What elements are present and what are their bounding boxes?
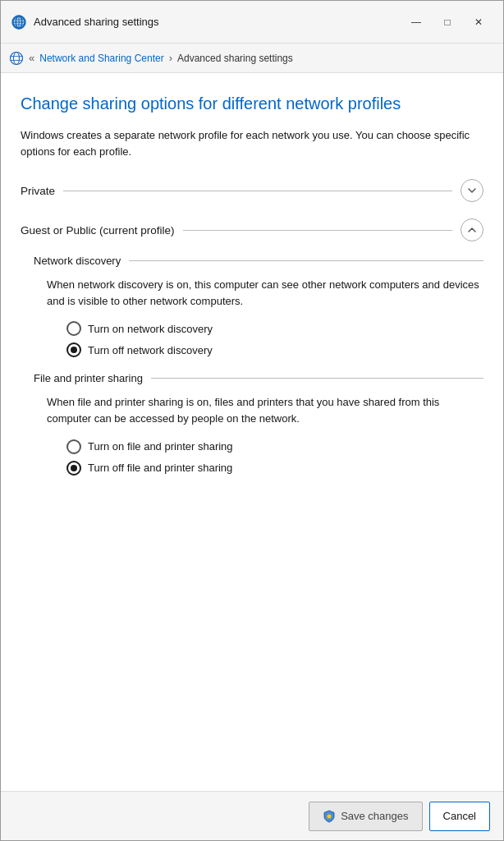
guest-public-label: Guest or Public (current profile) [21,224,183,237]
save-changes-button[interactable]: Save changes [309,802,422,831]
file-printer-label: File and printer sharing [34,372,151,384]
svg-point-11 [14,52,20,64]
content-area: Change sharing options for different net… [1,73,503,791]
main-window: Advanced sharing settings — □ ✕ « Networ… [0,0,504,841]
file-printer-header: File and printer sharing [34,372,483,384]
fp-off-label[interactable]: Turn off file and printer sharing [88,462,232,474]
fp-off-radio[interactable] [66,461,81,476]
breadcrumb-back-arrow: « [29,52,34,64]
save-button-label: Save changes [341,810,408,822]
network-discovery-description: When network discovery is on, this compu… [47,277,483,310]
chevron-down-icon [467,186,477,195]
svg-point-14 [328,814,332,818]
breadcrumb-arrow: › [169,52,172,64]
title-bar: Advanced sharing settings — □ ✕ [1,1,503,44]
chevron-up-icon [467,225,477,235]
nd-off-label[interactable]: Turn off network discovery [88,344,213,356]
guest-public-section-header: Guest or Public (current profile) [21,218,483,241]
svg-point-10 [11,52,23,64]
minimize-button[interactable]: — [401,10,431,34]
network-discovery-options: Turn on network discovery Turn off netwo… [66,321,483,357]
cancel-button[interactable]: Cancel [429,802,490,831]
close-button[interactable]: ✕ [464,10,493,34]
private-label: Private [21,185,63,197]
shield-icon [323,810,336,823]
title-bar-text: Advanced sharing settings [34,16,401,28]
fp-on-label[interactable]: Turn on file and printer sharing [88,440,233,453]
private-section-header: Private [21,179,483,202]
content-wrapper: Change sharing options for different net… [1,73,503,791]
bottom-bar: Save changes Cancel [1,791,503,840]
nd-off-radio[interactable] [66,342,81,357]
breadcrumb-current: Advanced sharing settings [177,53,293,64]
file-printer-line [151,378,483,379]
nd-off-option: Turn off network discovery [66,342,483,357]
maximize-button[interactable]: □ [433,10,462,34]
private-expand-button[interactable] [460,179,483,202]
app-icon [11,14,27,30]
fp-off-dot [71,465,77,471]
fp-on-option: Turn on file and printer sharing [66,439,483,454]
guest-public-collapse-button[interactable] [460,218,483,241]
private-divider [63,191,452,191]
guest-public-divider [183,230,452,231]
nd-on-option: Turn on network discovery [66,321,483,336]
nd-off-dot [71,347,77,353]
network-discovery-header: Network discovery [34,255,483,267]
fp-on-radio[interactable] [66,439,81,454]
breadcrumb-network-center[interactable]: Network and Sharing Center [39,53,163,64]
file-printer-description: When file and printer sharing is on, fil… [47,394,483,427]
breadcrumb-icon [9,51,24,66]
file-printer-options: Turn on file and printer sharing Turn of… [66,439,483,476]
nd-on-label[interactable]: Turn on network discovery [88,323,213,335]
network-discovery-label: Network discovery [34,255,129,267]
fp-off-option: Turn off file and printer sharing [66,461,483,476]
page-subtitle: Windows creates a separate network profi… [21,127,483,159]
network-discovery-line [129,260,483,261]
breadcrumb-bar: « Network and Sharing Center › Advanced … [1,44,503,73]
nd-on-radio[interactable] [66,321,81,336]
page-heading: Change sharing options for different net… [21,93,483,114]
guest-public-expanded: Network discovery When network discovery… [34,255,483,476]
title-bar-controls: — □ ✕ [401,10,493,34]
